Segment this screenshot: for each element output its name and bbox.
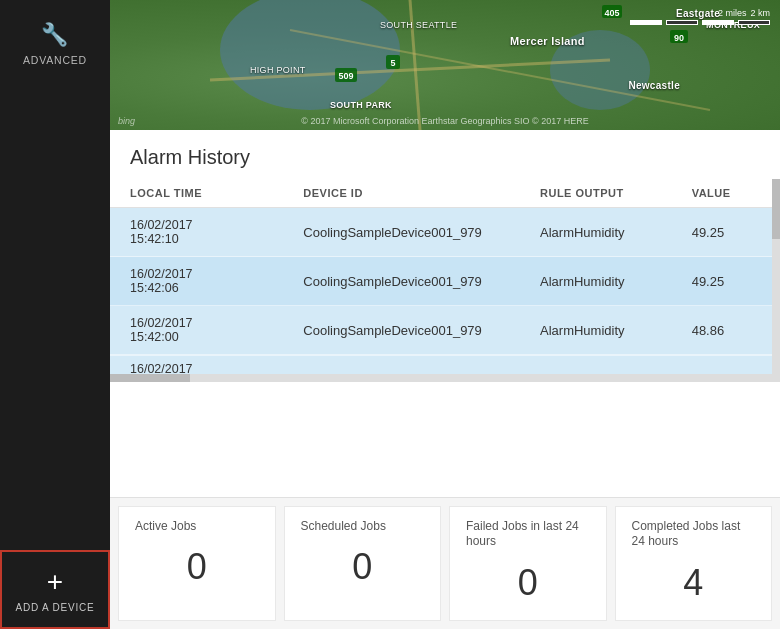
- job-stat-label: Scheduled Jobs: [301, 519, 425, 535]
- map-scale: 2 miles 2 km: [630, 8, 770, 25]
- svg-text:90: 90: [674, 33, 684, 43]
- add-device-button[interactable]: + ADD A DEVICE: [0, 550, 110, 629]
- cell-rule: AlarmHumidity: [520, 306, 672, 355]
- vertical-scroll-thumb[interactable]: [772, 179, 780, 239]
- map-label-newcastle: Newcastle: [628, 80, 680, 91]
- map-label-south-seattle: SOUTH SEATTLE: [380, 20, 457, 30]
- alarm-table-row[interactable]: 16/02/201715:42:10 CoolingSampleDevice00…: [110, 208, 780, 257]
- alarm-table-body: 16/02/201715:42:10 CoolingSampleDevice00…: [110, 208, 780, 355]
- col-value: VALUE: [672, 179, 780, 208]
- cell-rule: AlarmHumidity: [520, 208, 672, 257]
- job-stat-card: Failed Jobs in last 24 hours 0: [449, 506, 607, 621]
- cell-value: 49.25: [672, 257, 780, 306]
- cell-time: 16/02/201715:42:10: [110, 208, 283, 257]
- main-content: 509 5 90 405 Mercer Island SOUTH SEATTLE…: [110, 0, 780, 629]
- content-area: Alarm History LOCAL TIME DEVICE ID RULE …: [110, 130, 780, 629]
- alarm-table-scroll[interactable]: LOCAL TIME DEVICE ID RULE OUTPUT VALUE 1…: [110, 179, 780, 382]
- map-area: 509 5 90 405 Mercer Island SOUTH SEATTLE…: [110, 0, 780, 130]
- scale-bar-seg3: [702, 20, 734, 25]
- map-label-south-park: SOUTH PARK: [330, 100, 392, 110]
- vertical-scrollbar[interactable]: [772, 179, 780, 382]
- svg-text:405: 405: [604, 8, 619, 18]
- map-bing-label: bing: [118, 116, 135, 126]
- job-stat-value: 0: [135, 546, 259, 588]
- job-stat-value: 0: [466, 562, 590, 604]
- cell-device: CoolingSampleDevice001_979: [283, 257, 520, 306]
- job-stat-card: Completed Jobs last 24 hours 4: [615, 506, 773, 621]
- alarm-history-title: Alarm History: [110, 130, 780, 179]
- horizontal-scrollbar[interactable]: [110, 374, 772, 382]
- svg-text:509: 509: [338, 71, 353, 81]
- job-stat-value: 4: [632, 562, 756, 604]
- cell-device: CoolingSampleDevice001_979: [283, 306, 520, 355]
- cell-value: 48.86: [672, 306, 780, 355]
- job-stat-value: 0: [301, 546, 425, 588]
- wrench-icon: 🔧: [41, 22, 69, 48]
- col-device-id: DEVICE ID: [283, 179, 520, 208]
- cell-time: 16/02/201715:42:00: [110, 306, 283, 355]
- cell-time: 16/02/201715:42:06: [110, 257, 283, 306]
- cell-rule: AlarmHumidity: [520, 257, 672, 306]
- map-background: 509 5 90 405 Mercer Island SOUTH SEATTLE…: [110, 0, 780, 130]
- alarm-table-header: LOCAL TIME DEVICE ID RULE OUTPUT VALUE: [110, 179, 780, 208]
- col-local-time: LOCAL TIME: [110, 179, 283, 208]
- job-stats-area: Active Jobs 0 Scheduled Jobs 0 Failed Jo…: [110, 497, 780, 629]
- svg-text:5: 5: [390, 58, 395, 68]
- job-stat-label: Completed Jobs last 24 hours: [632, 519, 756, 550]
- map-copyright: © 2017 Microsoft Corporation Earthstar G…: [301, 116, 588, 126]
- cell-value: 49.25: [672, 208, 780, 257]
- sidebar-item-advanced[interactable]: 🔧 ADVANCED: [0, 10, 110, 78]
- scale-bar-seg2: [666, 20, 698, 25]
- map-label-mercer-island: Mercer Island: [510, 35, 585, 47]
- scale-bar-seg1: [630, 20, 662, 25]
- job-stat-label: Active Jobs: [135, 519, 259, 535]
- plus-icon: +: [47, 566, 63, 598]
- map-scale-label-km: 2 km: [750, 8, 770, 18]
- map-label-high-point: HIGH POINT: [250, 65, 306, 75]
- svg-point-0: [220, 0, 400, 110]
- alarm-table: LOCAL TIME DEVICE ID RULE OUTPUT VALUE 1…: [110, 179, 780, 355]
- alarm-table-row[interactable]: 16/02/201715:42:00 CoolingSampleDevice00…: [110, 306, 780, 355]
- job-stat-card: Scheduled Jobs 0: [284, 506, 442, 621]
- sidebar: 🔧 ADVANCED + ADD A DEVICE: [0, 0, 110, 629]
- col-rule-output: RULE OUTPUT: [520, 179, 672, 208]
- job-stat-card: Active Jobs 0: [118, 506, 276, 621]
- cell-device: CoolingSampleDevice001_979: [283, 208, 520, 257]
- sidebar-advanced-label: ADVANCED: [23, 54, 87, 66]
- alarm-table-row[interactable]: 16/02/201715:42:06 CoolingSampleDevice00…: [110, 257, 780, 306]
- alarm-section: Alarm History LOCAL TIME DEVICE ID RULE …: [110, 130, 780, 497]
- scale-bar-seg4: [738, 20, 770, 25]
- map-scale-label-miles: 2 miles: [718, 8, 747, 18]
- job-stat-label: Failed Jobs in last 24 hours: [466, 519, 590, 550]
- horizontal-scroll-thumb[interactable]: [110, 374, 190, 382]
- add-device-label: ADD A DEVICE: [15, 602, 94, 613]
